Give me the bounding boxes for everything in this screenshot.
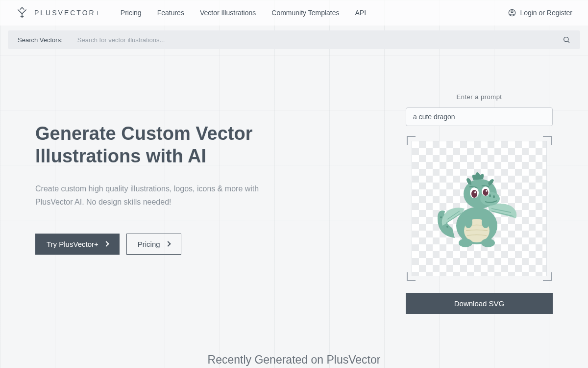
login-link[interactable]: Login or Register: [508, 9, 572, 17]
pricing-button-label: Pricing: [138, 240, 160, 248]
prompt-input[interactable]: [406, 107, 553, 126]
svg-point-16: [482, 216, 490, 228]
logo-icon: [16, 6, 28, 19]
svg-point-19: [493, 195, 495, 198]
hero-ctas: Try PlusVector+ Pricing: [35, 234, 367, 255]
top-nav: PLUSVECTOR+ Pricing Features Vector Illu…: [0, 0, 588, 26]
recently-heading: Recently Generated on PlusVector: [0, 353, 588, 367]
hero-left: Generate Custom Vector Illustrations wit…: [35, 93, 367, 314]
svg-point-23: [474, 191, 476, 193]
logo-text: PLUSVECTOR+: [34, 9, 101, 17]
prompt-label: Enter a prompt: [457, 93, 502, 101]
pricing-button[interactable]: Pricing: [126, 234, 181, 255]
try-button-label: Try PlusVector+: [47, 240, 98, 248]
generator-panel: Enter a prompt: [406, 93, 553, 314]
download-svg-button[interactable]: Download SVG: [406, 293, 553, 314]
nav-link-templates[interactable]: Community Templates: [271, 9, 339, 17]
svg-point-2: [564, 37, 568, 42]
logo[interactable]: PLUSVECTOR+: [16, 6, 101, 19]
svg-line-3: [568, 41, 569, 43]
hero-subtitle: Create custom high quality illustrations…: [35, 182, 280, 209]
nav-link-api[interactable]: API: [355, 9, 367, 17]
svg-point-26: [486, 190, 488, 192]
search-icon[interactable]: [563, 36, 570, 44]
nav-link-pricing[interactable]: Pricing: [121, 9, 142, 17]
preview-image: [412, 141, 547, 276]
svg-point-1: [511, 11, 513, 13]
preview-frame: [407, 136, 552, 281]
try-button[interactable]: Try PlusVector+: [35, 234, 120, 255]
svg-point-15: [465, 216, 472, 228]
user-icon: [508, 9, 516, 17]
nav-link-features[interactable]: Features: [157, 9, 184, 17]
svg-point-13: [459, 238, 472, 247]
svg-point-20: [489, 194, 491, 197]
chevron-right-icon: [165, 241, 171, 246]
svg-point-6: [446, 226, 448, 228]
svg-point-4: [440, 216, 442, 218]
hero-section: Generate Custom Vector Illustrations wit…: [0, 54, 588, 334]
svg-point-25: [483, 189, 489, 196]
chevron-right-icon: [103, 241, 109, 246]
login-label: Login or Register: [520, 9, 572, 17]
svg-point-22: [471, 190, 477, 198]
nav-links: Pricing Features Vector Illustrations Co…: [121, 9, 366, 17]
hero-title: Generate Custom Vector Illustrations wit…: [35, 123, 261, 167]
nav-link-illustrations[interactable]: Vector Illustrations: [200, 9, 256, 17]
svg-point-14: [481, 238, 495, 247]
search-label: Search Vectors:: [18, 36, 63, 44]
search-bar: Search Vectors:: [8, 30, 580, 49]
dragon-icon: [430, 159, 528, 258]
search-input[interactable]: [77, 36, 563, 44]
